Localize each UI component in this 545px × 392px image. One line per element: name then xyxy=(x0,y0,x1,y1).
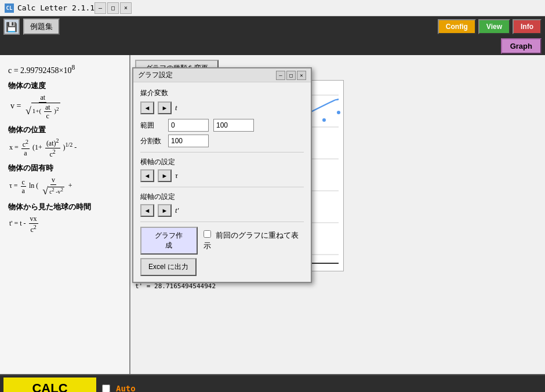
range-max-input[interactable] xyxy=(213,119,254,132)
dialog-titlebar: グラフ設定 – □ × xyxy=(133,68,311,82)
position-formula: x = c2 a (1+ (at)2 c2 )1/2 - xyxy=(9,137,121,158)
graph-make-button[interactable]: グラフ作成 xyxy=(140,227,198,255)
save-button[interactable]: 💾 xyxy=(3,19,20,35)
kaibai-nav-row: ◄ ► t xyxy=(140,101,304,114)
titlebar: CL Calc Letter 2.1.1 – □ × xyxy=(0,0,545,16)
dialog-close-button[interactable]: × xyxy=(297,71,306,80)
excel-export-button[interactable]: Excel に出力 xyxy=(140,258,197,276)
kaibai-section-title: 媒介変数 xyxy=(140,88,304,98)
view-button[interactable]: View xyxy=(478,19,510,34)
titlebar-title: Calc Letter 2.1.1 xyxy=(17,3,95,12)
app-icon: CL xyxy=(5,3,14,13)
info-button[interactable]: Info xyxy=(513,19,542,34)
velocity-section-title: 物体の速度 xyxy=(8,81,121,91)
overlay-label[interactable]: 前回のグラフに重ねて表示 xyxy=(204,230,304,251)
dialog-window-controls[interactable]: – □ × xyxy=(276,71,306,80)
reidaisu-button[interactable]: 例題集 xyxy=(23,19,60,35)
yoko-section-title: 横軸の設定 xyxy=(140,157,304,167)
yoko-var-label: τ xyxy=(175,171,178,180)
range-min-input[interactable] xyxy=(168,119,209,132)
formula-panel: c = 2.99792458×108 物体の速度 v = at √ 1+( at… xyxy=(0,55,130,374)
graph-button[interactable]: Graph xyxy=(501,38,542,54)
minimize-button[interactable]: – xyxy=(95,2,106,14)
overlay-checkbox[interactable] xyxy=(204,230,211,238)
bunkatsu-input[interactable] xyxy=(168,135,209,147)
svg-point-41 xyxy=(337,111,340,114)
config-button[interactable]: Config xyxy=(438,19,476,34)
graph-settings-dialog: グラフ設定 – □ × 媒介変数 ◄ ► t 範囲 分割数 横軸の設定 ◄ xyxy=(132,67,312,283)
window-controls[interactable]: – □ × xyxy=(95,2,132,14)
tate-section-title: 縦軸の設定 xyxy=(140,192,304,202)
tprime-output: t' = 28.7165494544942 xyxy=(135,282,540,290)
overlay-text: 前回のグラフに重ねて表示 xyxy=(204,231,299,250)
graph-action-row: グラフ作成 前回のグラフに重ねて表示 xyxy=(140,227,304,255)
yoko-prev-button[interactable]: ◄ xyxy=(140,169,154,182)
tate-next-button[interactable]: ► xyxy=(158,204,172,217)
svg-point-40 xyxy=(322,118,326,122)
c-value-line: c = 2.99792458×108 xyxy=(8,63,121,76)
yoko-next-button[interactable]: ► xyxy=(158,169,172,182)
dialog-body: 媒介変数 ◄ ► t 範囲 分割数 横軸の設定 ◄ ► τ 縦軸の設定 ◄ xyxy=(133,82,311,282)
position-section-title: 物体の位置 xyxy=(8,125,121,135)
dialog-minimize-button[interactable]: – xyxy=(276,71,285,80)
range-row: 範囲 xyxy=(140,119,304,132)
proper-time-formula: τ = c a ln ( v √ c2 -v2 + xyxy=(9,176,121,197)
calc-button[interactable]: CALC xyxy=(3,378,96,392)
range-label: 範囲 xyxy=(140,121,164,130)
tate-prev-button[interactable]: ◄ xyxy=(140,204,154,217)
dialog-maximize-button[interactable]: □ xyxy=(286,71,296,80)
tate-var-label: t' xyxy=(175,206,179,215)
velocity-formula: v = at √ 1+( at c )2 xyxy=(10,93,121,120)
dialog-title: グラフ設定 xyxy=(138,70,173,80)
maximize-button[interactable]: □ xyxy=(107,2,119,14)
earth-time-section-title: 物体から見た地球の時間 xyxy=(8,202,121,212)
graph-btn-row: Graph xyxy=(0,37,545,55)
var-t-label: t xyxy=(175,103,177,112)
close-button[interactable]: × xyxy=(120,2,132,14)
bottom-bar: CALC Auto xyxy=(0,374,545,392)
toolbar: 💾 例題集 Config View Info xyxy=(0,16,545,37)
var-next-button[interactable]: ► xyxy=(158,101,172,114)
bunkatsu-label: 分割数 xyxy=(140,136,164,146)
auto-label[interactable]: Auto xyxy=(116,384,136,392)
toolbar-right-buttons: Config View Info xyxy=(438,19,542,34)
proper-time-section-title: 物体の固有時 xyxy=(8,163,121,173)
bunkatsu-row: 分割数 xyxy=(140,135,304,147)
earth-time-formula: t' = t - vx c2 xyxy=(9,215,121,234)
yoko-nav-row: ◄ ► τ xyxy=(140,169,304,182)
var-prev-button[interactable]: ◄ xyxy=(140,101,154,114)
auto-checkbox[interactable] xyxy=(102,384,110,392)
tate-nav-row: ◄ ► t' xyxy=(140,204,304,217)
